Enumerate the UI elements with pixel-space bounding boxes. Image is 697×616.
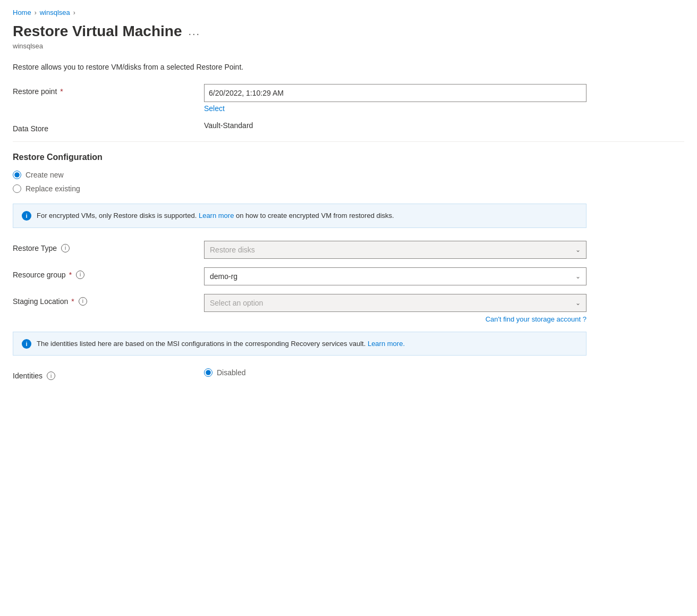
identities-row: Identities i Disabled	[13, 368, 684, 380]
resource-group-required: *	[69, 271, 72, 279]
resource-group-arrow: ⌄	[575, 273, 581, 280]
restore-point-label: Restore point *	[13, 84, 204, 96]
data-store-value-area: Vault-Standard	[204, 121, 684, 130]
create-new-option[interactable]: Create new	[13, 171, 684, 179]
identities-disabled-radio[interactable]	[204, 368, 212, 377]
resource-group-row: Resource group * i demo-rg ⌄	[13, 267, 684, 285]
page-subtitle: winsqlsea	[13, 42, 684, 50]
identities-info-icon[interactable]: i	[47, 372, 55, 380]
restore-type-dropdown[interactable]: Restore disks ⌄	[204, 241, 586, 259]
info-icon-2: i	[22, 339, 31, 349]
identities-info-text: The identities listed here are based on …	[37, 339, 405, 349]
breadcrumb-sep2: ›	[73, 9, 75, 16]
staging-location-required: *	[71, 297, 74, 306]
encrypted-vm-info-text: For encrypted VMs, only Restore disks is…	[37, 210, 394, 221]
cant-find-storage-link[interactable]: Can't find your storage account ?	[204, 315, 586, 323]
restore-type-row: Restore Type i Restore disks ⌄	[13, 241, 684, 259]
page-title: Restore Virtual Machine	[13, 23, 182, 40]
staging-location-dropdown[interactable]: Select an option ⌄	[204, 294, 586, 312]
replace-existing-option[interactable]: Replace existing	[13, 184, 684, 193]
resource-group-label: Resource group * i	[13, 267, 204, 279]
data-store-label: Data Store	[13, 121, 204, 133]
identities-disabled-label: Disabled	[217, 368, 245, 377]
resource-group-input-area: demo-rg ⌄	[204, 267, 684, 285]
create-new-radio[interactable]	[13, 171, 21, 179]
page-description: Restore allows you to restore VM/disks f…	[13, 63, 684, 71]
data-store-value: Vault-Standard	[204, 118, 253, 130]
breadcrumb-home[interactable]: Home	[13, 9, 31, 16]
staging-location-arrow: ⌄	[575, 299, 581, 307]
replace-existing-label: Replace existing	[26, 184, 80, 193]
identities-disabled-option[interactable]: Disabled	[204, 368, 684, 377]
restore-type-info-icon[interactable]: i	[61, 244, 70, 252]
resource-group-info-icon[interactable]: i	[76, 271, 84, 279]
page-title-row: Restore Virtual Machine ...	[13, 23, 684, 40]
restore-config-radio-group: Create new Replace existing	[13, 171, 684, 193]
identities-info-banner: i The identities listed here are based o…	[13, 332, 586, 356]
learn-more-link-2[interactable]: Learn more.	[368, 340, 405, 348]
breadcrumb-vm[interactable]: winsqlsea	[40, 9, 70, 16]
restore-config-heading: Restore Configuration	[13, 153, 684, 162]
restore-point-row: Restore point * Select	[13, 84, 684, 113]
staging-location-row: Staging Location * i Select an option ⌄ …	[13, 294, 684, 323]
identities-input-area: Disabled	[204, 368, 684, 377]
staging-location-input-area: Select an option ⌄ Can't find your stora…	[204, 294, 684, 323]
restore-type-label: Restore Type i	[13, 241, 204, 252]
create-new-label: Create new	[26, 171, 64, 179]
encrypted-vm-info-banner: i For encrypted VMs, only Restore disks …	[13, 204, 586, 228]
resource-group-value: demo-rg	[210, 272, 237, 281]
restore-point-input[interactable]	[204, 84, 586, 102]
section-divider	[13, 141, 684, 142]
learn-more-link-1[interactable]: Learn more	[199, 212, 234, 220]
staging-location-label: Staging Location * i	[13, 294, 204, 306]
replace-existing-radio[interactable]	[13, 184, 21, 193]
staging-location-placeholder: Select an option	[210, 299, 263, 307]
restore-type-input-area: Restore disks ⌄	[204, 241, 684, 259]
restore-point-select-link[interactable]: Select	[204, 104, 684, 113]
staging-location-info-icon[interactable]: i	[79, 297, 87, 306]
data-store-row: Data Store Vault-Standard	[13, 121, 684, 133]
restore-type-arrow: ⌄	[575, 246, 581, 254]
restore-type-placeholder: Restore disks	[210, 246, 255, 254]
restore-point-input-area: Select	[204, 84, 684, 113]
resource-group-dropdown[interactable]: demo-rg ⌄	[204, 267, 586, 285]
identities-label: Identities i	[13, 368, 204, 380]
more-icon[interactable]: ...	[188, 26, 200, 38]
restore-point-required: *	[60, 87, 63, 96]
breadcrumb: Home › winsqlsea ›	[13, 9, 684, 16]
breadcrumb-sep1: ›	[35, 9, 37, 16]
info-icon-1: i	[22, 211, 31, 221]
